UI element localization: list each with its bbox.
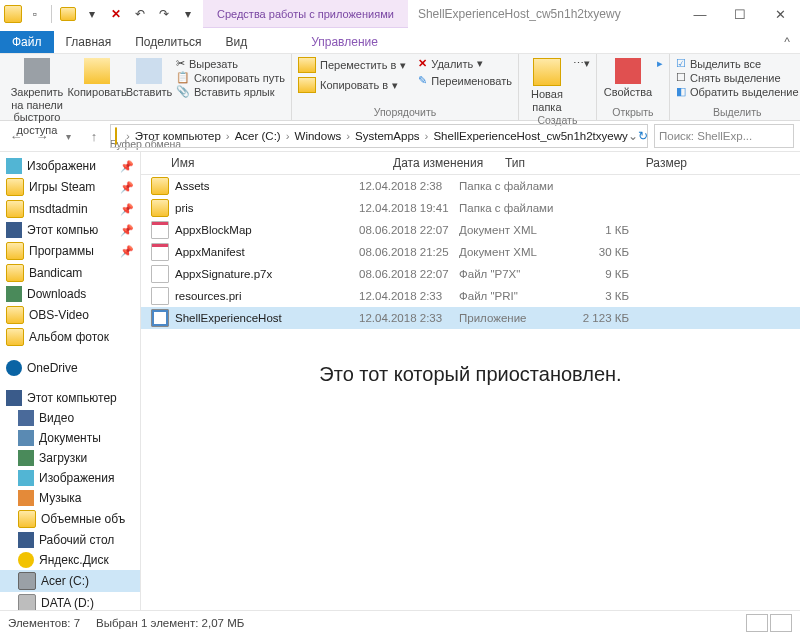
tree-item[interactable]: OneDrive (0, 358, 140, 378)
tab-file[interactable]: Файл (0, 31, 54, 53)
tree-item[interactable]: msdtadmin📌 (0, 198, 140, 220)
qat-dropdown[interactable]: ▾ (81, 3, 103, 25)
tree-item[interactable]: Bandicam (0, 262, 140, 284)
qat-delete[interactable]: ✕ (105, 3, 127, 25)
tree-item[interactable]: Рабочий стол (0, 530, 140, 550)
tree-item[interactable]: Видео (0, 408, 140, 428)
content-area: Изображени📌Игры Steam📌msdtadmin📌Этот ком… (0, 152, 800, 610)
nav-back[interactable]: ← (6, 126, 26, 146)
maximize-button[interactable]: ☐ (720, 0, 760, 28)
qat-redo[interactable]: ↷ (153, 3, 175, 25)
move-to-button[interactable]: Переместить в▾ (298, 57, 406, 73)
tree-item[interactable]: Яндекс.Диск (0, 550, 140, 570)
properties-button[interactable]: Свойства (603, 56, 653, 99)
ribbon-collapse[interactable]: ^ (774, 31, 800, 53)
qat-more[interactable]: ▾ (177, 3, 199, 25)
crumb[interactable]: Windows (295, 130, 342, 142)
title-bar: ▫ ▾ ✕ ↶ ↷ ▾ Средства работы с приложения… (0, 0, 800, 28)
crumb[interactable]: ShellExperienceHost_cw5n1h2txyewy (433, 130, 627, 142)
ribbon-tabs: Файл Главная Поделиться Вид Управление ^ (0, 28, 800, 54)
crumb[interactable]: Acer (C:) (235, 130, 281, 142)
qat-properties[interactable]: ▫ (24, 3, 46, 25)
rename-button[interactable]: ✎Переименовать (418, 74, 512, 87)
group-clipboard: Закрепить на панели быстрого доступа Коп… (0, 54, 292, 120)
tree-icon (6, 328, 24, 346)
context-tab-label: Средства работы с приложениями (203, 0, 408, 28)
invert-selection-button[interactable]: ◧Обратить выделение (676, 85, 799, 98)
nav-recent[interactable]: ▾ (58, 126, 78, 146)
view-large[interactable] (770, 614, 792, 632)
tab-share[interactable]: Поделиться (123, 31, 213, 53)
column-headers[interactable]: Имя Дата изменения Тип Размер (141, 152, 800, 175)
col-type[interactable]: Тип (499, 152, 611, 174)
file-row[interactable]: AppxSignature.p7x08.06.2018 22:07Файл "P… (141, 263, 800, 285)
file-row[interactable]: resources.pri12.04.2018 2:33Файл "PRI"3 … (141, 285, 800, 307)
tree-icon (6, 306, 24, 324)
tree-item[interactable]: OBS-Video (0, 304, 140, 326)
tree-icon (6, 158, 22, 174)
col-date[interactable]: Дата изменения (387, 152, 499, 174)
col-size[interactable]: Размер (611, 152, 693, 174)
tree-item[interactable]: Документы (0, 428, 140, 448)
select-all-button[interactable]: ☑Выделить все (676, 57, 799, 70)
tree-item[interactable]: Объемные объ (0, 508, 140, 530)
tab-home[interactable]: Главная (54, 31, 124, 53)
crumb[interactable]: SystemApps (355, 130, 420, 142)
crumb[interactable]: Этот компьютер (135, 130, 221, 142)
tree-item[interactable]: Программы📌 (0, 240, 140, 262)
paste-button[interactable]: Вставить (126, 56, 172, 99)
tree-icon (18, 490, 34, 506)
delete-button[interactable]: ✕Удалить▾ (418, 57, 512, 70)
pin-quick-access[interactable]: Закрепить на панели быстрого доступа (6, 56, 68, 137)
tree-item[interactable]: Загрузки (0, 448, 140, 468)
paste-shortcut-button[interactable]: 📎Вставить ярлык (176, 85, 285, 98)
search-input[interactable]: Поиск: ShellExp... (654, 124, 794, 148)
tree-item[interactable]: Acer (C:) (0, 570, 140, 592)
nav-forward[interactable]: → (32, 126, 52, 146)
quick-access-toolbar: ▫ ▾ ✕ ↶ ↷ ▾ (0, 0, 203, 28)
new-folder-button[interactable]: Новая папка (525, 56, 569, 113)
copy-button[interactable]: Копировать (72, 56, 122, 99)
tree-item[interactable]: Игры Steam📌 (0, 176, 140, 198)
tree-icon (6, 264, 24, 282)
open-button[interactable]: ▸ (657, 57, 663, 70)
copy-path-button[interactable]: 📋Скопировать путь (176, 71, 285, 84)
tree-item[interactable]: DATA (D:) (0, 592, 140, 610)
qat-new-folder[interactable] (57, 3, 79, 25)
file-row[interactable]: AppxManifest08.06.2018 21:25Документ XML… (141, 241, 800, 263)
file-row[interactable]: Assets12.04.2018 2:38Папка с файлами (141, 175, 800, 197)
group-new: Новая папка ⋯▾ Создать (519, 54, 597, 120)
file-icon (151, 309, 169, 327)
status-count: Элементов: 7 (8, 617, 80, 629)
minimize-button[interactable]: — (680, 0, 720, 28)
tree-item[interactable]: Музыка (0, 488, 140, 508)
pin-icon: 📌 (120, 181, 134, 194)
tree-item[interactable]: Downloads (0, 284, 140, 304)
tree-item[interactable]: Этот компью📌 (0, 220, 140, 240)
refresh-button[interactable]: ↻ (638, 129, 648, 143)
view-details[interactable] (746, 614, 768, 632)
nav-up[interactable]: ↑ (84, 126, 104, 146)
tree-item[interactable]: Альбом фоток (0, 326, 140, 348)
file-row[interactable]: AppxBlockMap08.06.2018 22:07Документ XML… (141, 219, 800, 241)
tab-view[interactable]: Вид (213, 31, 259, 53)
tab-manage[interactable]: Управление (299, 31, 390, 53)
select-none-button[interactable]: ☐Снять выделение (676, 71, 799, 84)
tree-item[interactable]: Этот компьютер (0, 388, 140, 408)
qat-undo[interactable]: ↶ (129, 3, 151, 25)
new-item-button[interactable]: ⋯▾ (573, 57, 590, 70)
breadcrumb[interactable]: › Этот компьютер›Acer (C:)›Windows›Syste… (110, 124, 648, 148)
file-rows: Assets12.04.2018 2:38Папка с файламиpris… (141, 175, 800, 329)
close-button[interactable]: ✕ (760, 0, 800, 28)
pin-icon: 📌 (120, 160, 134, 173)
tree-item[interactable]: Изображени📌 (0, 156, 140, 176)
app-icon (4, 5, 22, 23)
ribbon: Закрепить на панели быстрого доступа Коп… (0, 54, 800, 121)
copy-to-button[interactable]: Копировать в▾ (298, 77, 406, 93)
navigation-tree[interactable]: Изображени📌Игры Steam📌msdtadmin📌Этот ком… (0, 152, 141, 610)
col-name[interactable]: Имя (141, 152, 387, 174)
tree-item[interactable]: Изображения (0, 468, 140, 488)
cut-button[interactable]: ✂Вырезать (176, 57, 285, 70)
file-row[interactable]: pris12.04.2018 19:41Папка с файлами (141, 197, 800, 219)
file-row[interactable]: ShellExperienceHost12.04.2018 2:33Прилож… (141, 307, 800, 329)
